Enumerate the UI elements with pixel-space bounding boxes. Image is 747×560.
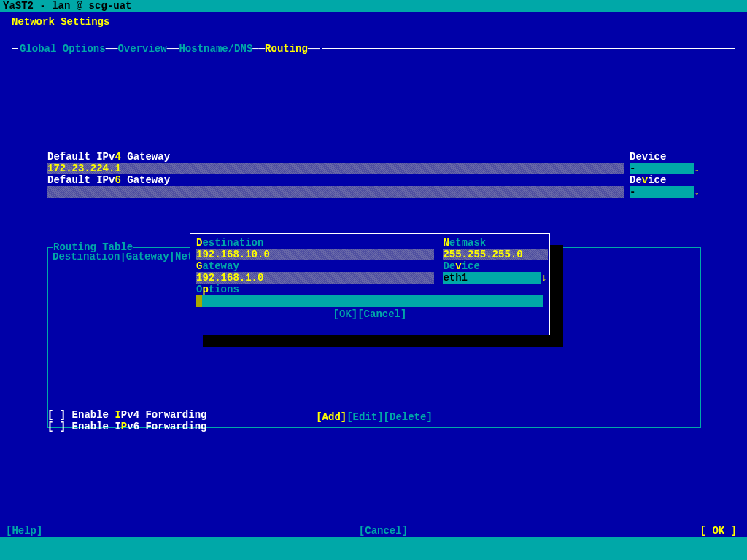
chevron-down-icon: ↓ bbox=[541, 272, 546, 284]
footer-strip bbox=[0, 537, 747, 548]
route-entry-dialog: Destination Netmask 192.168.10.0 255.255… bbox=[190, 233, 550, 335]
ipv4-gateway-input[interactable]: 172.23.224.1 bbox=[47, 163, 624, 174]
tab-routing[interactable]: Routing bbox=[265, 43, 308, 55]
gateway-input[interactable]: 192.168.1.0 bbox=[196, 272, 434, 284]
netmask-label: Netmask bbox=[443, 237, 486, 249]
gateway-label: Gateway bbox=[196, 260, 437, 272]
titlebar: YaST2 - lan @ scg-uat bbox=[0, 0, 747, 12]
ipv6-device-select[interactable]: -↓ bbox=[630, 186, 700, 198]
edit-button[interactable]: [Edit] bbox=[347, 411, 383, 423]
page-title: Network Settings bbox=[0, 12, 747, 28]
tabs: Global Options──Overview──Hostname/DNS──… bbox=[18, 43, 322, 55]
bottom-bar: [Help] [Cancel] [ OK ] bbox=[0, 525, 747, 537]
cancel-button[interactable]: [Cancel] bbox=[359, 525, 408, 537]
delete-button[interactable]: [Delete] bbox=[384, 411, 433, 423]
dialog-device-label: Device bbox=[443, 260, 479, 272]
ipv4-device-label: Device bbox=[630, 151, 700, 163]
routing-table-title: Routing Table bbox=[53, 241, 133, 253]
destination-input[interactable]: 192.168.10.0 bbox=[196, 249, 434, 260]
enable-ipv4-forwarding-checkbox[interactable]: [ ] Enable IPv4 Forwarding bbox=[47, 409, 206, 421]
ipv6-gateway-label: Default IPv6 Gateway bbox=[47, 174, 624, 186]
tab-overview[interactable]: Overview bbox=[117, 43, 166, 55]
ipv4-gateway-label: Default IPv4 Gateway bbox=[47, 151, 624, 163]
ipv6-gateway-input[interactable] bbox=[47, 186, 624, 198]
help-button[interactable]: [Help] bbox=[6, 525, 42, 537]
options-input[interactable] bbox=[196, 295, 543, 307]
dialog-cancel-button[interactable]: [Cancel] bbox=[357, 308, 406, 320]
chevron-down-icon: ↓ bbox=[694, 163, 700, 174]
tab-hostname-dns[interactable]: Hostname/DNS bbox=[179, 43, 252, 55]
chevron-down-icon: ↓ bbox=[694, 186, 700, 198]
destination-label: Destination bbox=[196, 237, 437, 249]
main-area: Network Settings Global Options──Overvie… bbox=[0, 12, 747, 537]
ok-button[interactable]: [ OK ] bbox=[700, 525, 737, 537]
cursor bbox=[196, 295, 202, 307]
add-button[interactable]: [Add] bbox=[316, 411, 347, 423]
dialog-ok-button[interactable]: [OK] bbox=[333, 308, 358, 320]
tab-global-options[interactable]: Global Options bbox=[20, 43, 106, 55]
ipv4-device-select[interactable]: -↓ bbox=[630, 163, 700, 174]
netmask-input[interactable]: 255.255.255.0 bbox=[443, 249, 548, 260]
options-label: Options bbox=[196, 284, 239, 295]
ipv6-device-label: Device bbox=[630, 174, 700, 186]
enable-ipv6-forwarding-checkbox[interactable]: [ ] Enable IPv6 Forwarding bbox=[47, 421, 206, 432]
dialog-device-select[interactable]: eth1 bbox=[443, 272, 541, 284]
